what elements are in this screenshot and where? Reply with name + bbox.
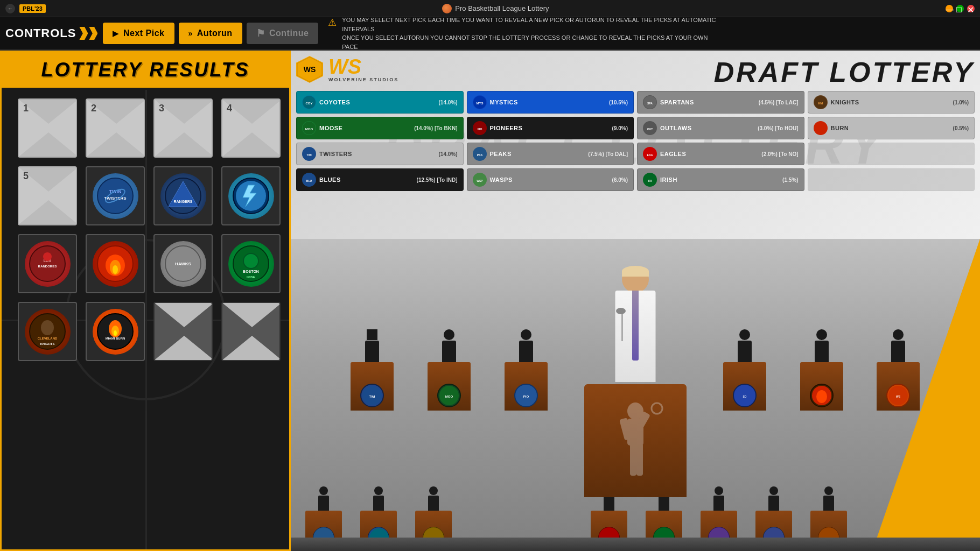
pick-slot-13: CLEVELAND KNIGHTS xyxy=(18,302,77,361)
pick-slot-11: HAWKS xyxy=(153,234,213,293)
pick-slot-15 xyxy=(153,302,213,361)
spartans-pct: (4.5%) [To LAC] xyxy=(759,100,799,105)
svg-text:TWI: TWI xyxy=(306,153,312,157)
mini-body-1 xyxy=(318,496,329,511)
miami-burn-logo: MIAMI BURN xyxy=(93,309,138,355)
continue-button[interactable]: ⚑ Continue xyxy=(247,23,319,44)
peaks-logo: PKS xyxy=(473,147,487,161)
mini-head-1 xyxy=(319,486,328,495)
svg-point-21 xyxy=(243,253,258,269)
figure-body-1 xyxy=(365,341,379,362)
controls-label: CONTROLS xyxy=(5,26,97,40)
team-chip-eagles[interactable]: EAG EAGLES (2.0%) [To NO] xyxy=(637,143,804,165)
burn-chip-logo xyxy=(814,121,828,135)
figure-body-2 xyxy=(442,341,456,362)
spartans-logo: SPA xyxy=(643,95,657,109)
pick-slot-8 xyxy=(221,166,281,225)
pick-logo-14: MIAMI BURN xyxy=(86,302,145,361)
close-button[interactable]: ✕ xyxy=(967,5,975,12)
team-chip-knights[interactable]: KNI KNIGHTS (1.0%) xyxy=(808,91,975,114)
pick-number-5: 5 xyxy=(23,171,29,182)
team-chip-pioneers[interactable]: PIO PIONEERS (9.0%) xyxy=(467,117,634,139)
pick-envelope-3: 3 xyxy=(153,98,213,158)
pick-slot-5: 5 xyxy=(18,166,77,225)
titlebar-controls: — □ ✕ xyxy=(946,5,975,12)
basketball-icon xyxy=(442,4,452,13)
svg-text:KNI: KNI xyxy=(818,102,823,105)
figure-body-5 xyxy=(815,341,829,362)
svg-text:KNIGHTS: KNIGHTS xyxy=(40,342,55,345)
team-chip-peaks[interactable]: PKS PEAKS (7.5%) [To DAL] xyxy=(467,143,634,165)
coyotes-logo: COY xyxy=(302,95,316,109)
outlaws-pct: (3.0%) [To HOU] xyxy=(758,125,798,131)
next-pick-button[interactable]: ▶ Next Pick xyxy=(103,23,174,44)
stage-area: TWI MOO xyxy=(291,239,980,551)
mini-head-3 xyxy=(429,486,438,495)
irish-chip-logo: IRI xyxy=(643,173,657,187)
figure-group-4: SD xyxy=(723,329,766,411)
svg-point-81 xyxy=(652,403,662,414)
warning-icon: ⚠ xyxy=(328,17,337,29)
team-grid: COY COYOTES (14.0%) MYS MYSTICS (10.5%) … xyxy=(296,91,975,191)
announcer-group xyxy=(584,266,687,497)
podium-3: PIO xyxy=(505,362,548,411)
svg-point-72 xyxy=(816,390,827,403)
titlebar-center: Pro Basketball League Lottery xyxy=(442,4,549,13)
team-chip-spartans[interactable]: SPA SPARTANS (4.5%) [To LAC] xyxy=(637,91,804,114)
irish-logo: BOSTON IRISH xyxy=(228,241,274,287)
podium-logo-3: PIO xyxy=(514,384,538,407)
figure-group-6: WS xyxy=(877,329,920,411)
svg-text:MYS: MYS xyxy=(476,102,483,105)
pick-number-1: 1 xyxy=(23,103,29,114)
team-chip-outlaws[interactable]: OUT OUTLAWS (3.0%) [To HOU] xyxy=(637,117,804,139)
info-bar: ⚠ YOU MAY SELECT NEXT PICK EACH TIME YOU… xyxy=(323,13,975,53)
autorun-label: Autorun xyxy=(197,29,233,38)
maximize-button[interactable]: □ xyxy=(956,5,964,12)
pick-envelope-2: 2 xyxy=(86,98,145,158)
pick-envelope-15 xyxy=(153,302,213,361)
mystics-name: MYSTICS xyxy=(490,99,518,105)
figure-group-2: MOO xyxy=(428,329,471,411)
svg-text:TWI: TWI xyxy=(369,395,375,398)
pick-slot-9: LOS BANDORES xyxy=(18,234,77,293)
lottery-panel: LOTTERY RESULTS 1 2 3 xyxy=(0,51,291,551)
pick-slot-4: 4 xyxy=(221,98,281,158)
svg-rect-79 xyxy=(630,443,636,476)
team-chip-blues[interactable]: BLU BLUES (12.5%) [To IND] xyxy=(296,168,464,191)
pick-number-4: 4 xyxy=(227,103,232,114)
svg-text:EAG: EAG xyxy=(647,153,653,157)
podium-5 xyxy=(800,362,843,411)
lottery-title: LOTTERY RESULTS xyxy=(2,52,289,88)
svg-text:HAWKS: HAWKS xyxy=(175,262,191,266)
autorun-button[interactable]: » Autorun xyxy=(179,23,242,44)
mini-head-6 xyxy=(715,486,723,495)
minimize-button[interactable]: — xyxy=(946,5,953,12)
bandores-logo: LOS BANDORES xyxy=(25,241,71,287)
moose-logo: MOO xyxy=(302,121,316,135)
mini-body-4 xyxy=(604,496,614,511)
eagles-logo: EAG xyxy=(643,147,657,161)
team-chip-wasps[interactable]: WSP WASPS (6.0%) xyxy=(467,168,634,191)
svg-text:RANGERS: RANGERS xyxy=(173,200,192,203)
team-chip-moose[interactable]: MOO MOOSE (14.0%) [To BKN] xyxy=(296,117,464,139)
figure-body-4 xyxy=(738,341,752,362)
figure-head-1 xyxy=(367,329,377,340)
svg-point-13 xyxy=(43,252,52,261)
svg-text:CLEVELAND: CLEVELAND xyxy=(38,337,58,340)
main-content: LOTTERY RESULTS 1 2 3 xyxy=(0,51,980,551)
podium-2: MOO xyxy=(428,362,471,411)
back-icon[interactable]: ← xyxy=(5,4,15,13)
svg-point-17 xyxy=(113,265,118,274)
peaks-pct: (7.5%) [To DAL] xyxy=(588,151,628,157)
team-chip-burn[interactable]: BURN (0.5%) xyxy=(808,117,975,139)
svg-text:OUT: OUT xyxy=(647,128,653,131)
controlbar: CONTROLS ▶ Next Pick » Autorun ⚑ Continu… xyxy=(0,17,980,51)
team-chip-mystics[interactable]: MYS MYSTICS (10.5%) xyxy=(467,91,634,114)
team-chip-irish[interactable]: IRI IRISH (1.5%) xyxy=(637,168,804,191)
team-chip-coyotes[interactable]: COY COYOTES (14.0%) xyxy=(296,91,464,114)
team-chip-twisters[interactable]: TWI TWISTERS (14.0%) xyxy=(296,143,464,165)
mystics-pct: (10.5%) xyxy=(609,100,628,105)
svg-rect-80 xyxy=(636,443,643,476)
ws-letters: WS xyxy=(328,56,398,77)
figure-body-6 xyxy=(891,341,905,362)
